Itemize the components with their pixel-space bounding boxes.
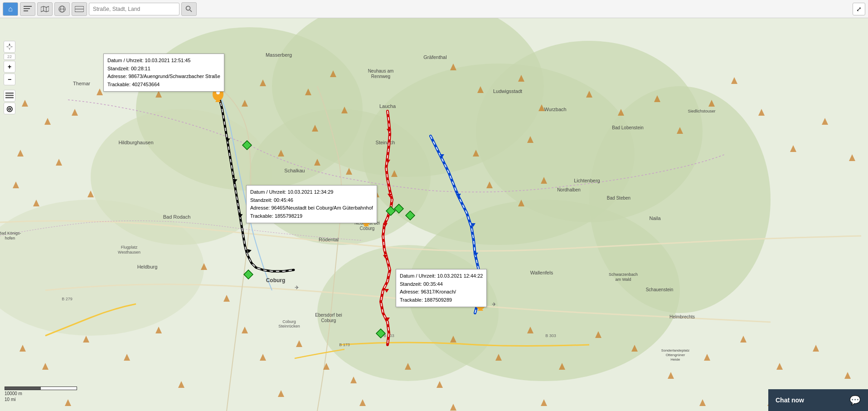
svg-text:B 173: B 173 xyxy=(339,342,350,347)
expand-button[interactable]: ⤢ xyxy=(853,3,865,15)
svg-rect-178 xyxy=(5,93,14,94)
svg-text:Rennweg: Rennweg xyxy=(371,74,390,79)
svg-text:Siedlichstouser: Siedlichstouser xyxy=(688,109,715,113)
btn-map[interactable] xyxy=(37,2,53,16)
svg-text:Schalkau: Schalkau xyxy=(284,168,305,173)
svg-text:Laucha: Laucha xyxy=(379,103,396,109)
popup3-line4: Trackable: 1887509289 xyxy=(400,296,483,304)
svg-rect-0 xyxy=(24,6,32,7)
search-input[interactable] xyxy=(89,3,179,15)
btn-layers[interactable] xyxy=(20,2,35,16)
svg-text:Ludwigsstadt: Ludwigsstadt xyxy=(493,88,522,94)
svg-text:Ebersdorf bei: Ebersdorf bei xyxy=(315,313,342,318)
svg-text:Bad Rodach: Bad Rodach xyxy=(163,214,191,220)
svg-text:Heldburg: Heldburg xyxy=(137,264,158,269)
zoom-in-button[interactable]: + xyxy=(4,61,15,73)
svg-text:Flugplatz: Flugplatz xyxy=(121,245,138,250)
svg-text:Neuhaus am: Neuhaus am xyxy=(368,68,394,73)
svg-text:Nordhalben: Nordhalben xyxy=(557,187,581,192)
search-button[interactable] xyxy=(181,2,197,16)
svg-text:✈: ✈ xyxy=(295,284,299,291)
svg-rect-179 xyxy=(5,95,14,96)
svg-text:Bad Königs-: Bad Königs- xyxy=(0,231,21,235)
popup2-line2: Standzeit: 00:45:46 xyxy=(250,196,373,205)
scale-mi-label: 10 mi xyxy=(5,397,77,402)
svg-text:Ottengrüner: Ottengrüner xyxy=(666,353,685,357)
chat-widget[interactable]: Chat now 💬 xyxy=(768,389,868,411)
svg-text:Schwarzenbach: Schwarzenbach xyxy=(609,272,638,277)
svg-text:Rödental: Rödental xyxy=(319,237,339,242)
chat-label: Chat now xyxy=(776,396,804,404)
svg-text:Masserberg: Masserberg xyxy=(266,52,292,58)
svg-rect-2 xyxy=(24,10,28,11)
svg-text:Wurzbach: Wurzbach xyxy=(544,107,566,112)
svg-text:Coburg: Coburg xyxy=(321,318,336,323)
popup2-line3: Adresse: 96465/Neustadt bei Coburg/Am Gü… xyxy=(250,204,373,212)
info-popup-3: Datum / Uhrzeit: 10.03.2021 12:44:22 Sta… xyxy=(396,269,487,307)
svg-text:Bad Steben: Bad Steben xyxy=(607,196,630,201)
toolbar: ⌂ ⤢ xyxy=(0,0,868,18)
svg-text:hofen: hofen xyxy=(5,236,15,240)
svg-text:Coburg: Coburg xyxy=(360,226,375,231)
svg-text:Gräfenthal: Gräfenthal xyxy=(423,54,446,60)
svg-text:Steinrücken: Steinrücken xyxy=(278,324,300,328)
gps-button[interactable]: ◎ xyxy=(4,103,15,114)
info-popup-1: Datum / Uhrzeit: 10.03.2021 12:51:45 Sta… xyxy=(103,54,224,92)
svg-text:Lichtenberg: Lichtenberg xyxy=(574,178,600,183)
svg-line-11 xyxy=(190,10,192,12)
svg-text:B 303: B 303 xyxy=(545,333,556,338)
svg-text:Westhausen: Westhausen xyxy=(118,250,141,254)
svg-text:Helmbrechts: Helmbrechts xyxy=(669,314,695,319)
svg-text:Heide: Heide xyxy=(671,357,680,362)
svg-text:Naila: Naila xyxy=(649,215,661,221)
svg-text:Schauenstein: Schauenstein xyxy=(646,287,674,292)
svg-text:Hildburghausen: Hildburghausen xyxy=(118,140,153,145)
btn-home[interactable]: ⌂ xyxy=(3,2,18,16)
svg-text:B 279: B 279 xyxy=(62,297,73,301)
btn-globe[interactable] xyxy=(54,2,70,16)
popup3-line2: Standzeit: 00:35:44 xyxy=(400,280,483,289)
popup2-line1: Datum / Uhrzeit: 10.03.2021 12:34:29 xyxy=(250,188,373,196)
svg-rect-1 xyxy=(24,8,30,9)
popup3-line1: Datum / Uhrzeit: 10.03.2021 12:44:22 xyxy=(400,272,483,280)
map-controls: 22 + − ◎ xyxy=(4,41,15,114)
svg-rect-180 xyxy=(5,97,14,98)
svg-text:Coburg: Coburg xyxy=(282,319,296,324)
zoom-out-button[interactable]: − xyxy=(4,73,15,85)
popup1-line1: Datum / Uhrzeit: 10.03.2021 12:51:45 xyxy=(107,57,220,65)
popup1-line4: Trackable: 4027453664 xyxy=(107,81,220,89)
svg-text:Wallenfels: Wallenfels xyxy=(530,270,553,275)
svg-text:Themar: Themar xyxy=(73,81,90,86)
popup1-line3: Adresse: 98673/Auengrund/Schwarzbacher S… xyxy=(107,73,220,81)
info-popup-2: Datum / Uhrzeit: 10.03.2021 12:34:29 Sta… xyxy=(246,185,377,223)
map-container: Masserberg Gräfenthal Neuhaus am Rennweg… xyxy=(0,18,868,411)
svg-text:Steinach: Steinach xyxy=(376,140,395,145)
chat-icon: 💬 xyxy=(849,395,861,406)
scale-bar: 10000 m 10 mi xyxy=(5,387,77,402)
popup3-line3: Adresse: 96317/Kronach/ xyxy=(400,288,483,296)
btn-route[interactable] xyxy=(72,2,87,16)
zoom-level: 22 xyxy=(4,54,15,60)
svg-text:Bad Lobenstein: Bad Lobenstein xyxy=(612,125,644,130)
svg-text:Sonderlandeplatz: Sonderlandeplatz xyxy=(661,348,689,352)
svg-text:am Wald: am Wald xyxy=(615,277,631,282)
popup2-line4: Trackable: 1855798219 xyxy=(250,212,373,220)
navigate-control[interactable] xyxy=(4,41,15,53)
svg-text:Coburg: Coburg xyxy=(266,277,286,284)
layer-toggle-button[interactable] xyxy=(4,90,15,102)
svg-point-10 xyxy=(186,6,190,10)
popup1-line2: Standzeit: 00:28:11 xyxy=(107,65,220,73)
svg-text:✈: ✈ xyxy=(492,301,496,308)
scale-km-label: 10000 m xyxy=(5,391,77,396)
